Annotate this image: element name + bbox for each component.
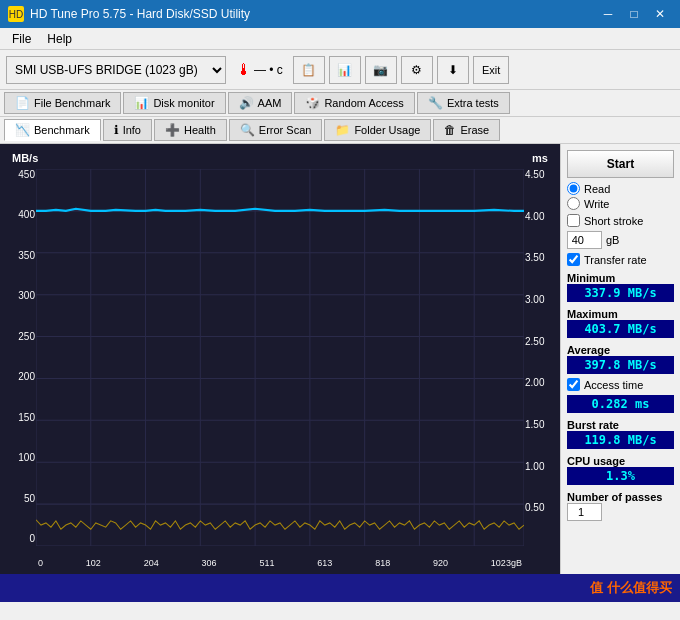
- app-icon: HD: [8, 6, 24, 22]
- title-bar-controls: ─ □ ✕: [596, 4, 672, 24]
- minimize-button[interactable]: ─: [596, 4, 620, 24]
- tab-erase[interactable]: 🗑 Erase: [433, 119, 500, 141]
- cpu-usage-value: 1.3%: [567, 467, 674, 485]
- burst-rate-section: Burst rate 119.8 MB/s: [567, 417, 674, 449]
- thermometer-icon: 🌡: [236, 61, 252, 79]
- passes-spinbox[interactable]: [567, 503, 602, 521]
- short-stroke-spinbox[interactable]: [567, 231, 602, 249]
- maximum-section: Maximum 403.7 MB/s: [567, 306, 674, 338]
- title-bar-left: HD HD Tune Pro 5.75 - Hard Disk/SSD Util…: [8, 6, 250, 22]
- aam-icon: 🔊: [239, 96, 254, 110]
- tab-row-2: 📉 Benchmark ℹ Info ➕ Health 🔍 Error Scan…: [0, 117, 680, 144]
- status-bar: 值 什么值得买: [0, 574, 680, 602]
- average-section: Average 397.8 MB/s: [567, 342, 674, 374]
- minimum-label: Minimum: [567, 272, 674, 284]
- access-time-row: Access time: [567, 378, 674, 391]
- tab-row-1: 📄 File Benchmark 📊 Disk monitor 🔊 AAM 🎲 …: [0, 90, 680, 117]
- tab-random-access[interactable]: 🎲 Random Access: [294, 92, 414, 114]
- short-stroke-checkbox[interactable]: [567, 214, 580, 227]
- average-value: 397.8 MB/s: [567, 356, 674, 374]
- tab-disk-monitor[interactable]: 📊 Disk monitor: [123, 92, 225, 114]
- close-button[interactable]: ✕: [648, 4, 672, 24]
- folder-usage-icon: 📁: [335, 123, 350, 137]
- cpu-usage-label: CPU usage: [567, 455, 674, 467]
- write-radio[interactable]: [567, 197, 580, 210]
- tab-file-benchmark[interactable]: 📄 File Benchmark: [4, 92, 121, 114]
- burst-rate-label: Burst rate: [567, 419, 674, 431]
- access-time-label: Access time: [584, 379, 643, 391]
- icon-btn-5[interactable]: ⬇: [437, 56, 469, 84]
- tab-benchmark[interactable]: 📉 Benchmark: [4, 119, 101, 141]
- maximize-button[interactable]: □: [622, 4, 646, 24]
- short-stroke-unit: gB: [606, 234, 619, 246]
- read-write-group: Read Write: [567, 182, 674, 210]
- icon-btn-2[interactable]: 📊: [329, 56, 361, 84]
- access-time-value: 0.282 ms: [567, 395, 674, 413]
- toolbar: SMI USB-UFS BRIDGE (1023 gB) 🌡 — • c 📋 📊…: [0, 50, 680, 90]
- read-radio[interactable]: [567, 182, 580, 195]
- maximum-label: Maximum: [567, 308, 674, 320]
- tab-extra-tests[interactable]: 🔧 Extra tests: [417, 92, 510, 114]
- transfer-rate-checkbox[interactable]: [567, 253, 580, 266]
- temperature-display: 🌡 — • c: [230, 59, 289, 81]
- minimum-value: 337.9 MB/s: [567, 284, 674, 302]
- start-button[interactable]: Start: [567, 150, 674, 178]
- chart-area: MB/s ms 450 400 350 300 250 200 150 100 …: [0, 144, 560, 574]
- random-access-icon: 🎲: [305, 96, 320, 110]
- read-radio-label[interactable]: Read: [567, 182, 674, 195]
- passes-row: [567, 503, 674, 521]
- tab-info[interactable]: ℹ Info: [103, 119, 152, 141]
- tab-health[interactable]: ➕ Health: [154, 119, 227, 141]
- short-stroke-row: Short stroke: [567, 214, 674, 227]
- svg-rect-0: [36, 169, 524, 546]
- passes-section: Number of passes: [567, 489, 674, 521]
- transfer-rate-row: Transfer rate: [567, 253, 674, 266]
- file-benchmark-icon: 📄: [15, 96, 30, 110]
- chart-label-mbs: MB/s: [12, 152, 38, 164]
- short-stroke-value-row: gB: [567, 231, 674, 249]
- exit-button[interactable]: Exit: [473, 56, 509, 84]
- menu-file[interactable]: File: [4, 30, 39, 48]
- access-time-checkbox[interactable]: [567, 378, 580, 391]
- extra-tests-icon: 🔧: [428, 96, 443, 110]
- menu-bar: File Help: [0, 28, 680, 50]
- temperature-value: — • c: [254, 63, 283, 77]
- benchmark-chart: [36, 169, 524, 546]
- error-scan-icon: 🔍: [240, 123, 255, 137]
- icon-btn-3[interactable]: 📷: [365, 56, 397, 84]
- chart-label-ms: ms: [532, 152, 548, 164]
- x-axis: 0 102 204 306 511 613 818 920 1023gB: [38, 558, 522, 568]
- maximum-value: 403.7 MB/s: [567, 320, 674, 338]
- info-icon: ℹ: [114, 123, 119, 137]
- tab-error-scan[interactable]: 🔍 Error Scan: [229, 119, 323, 141]
- icon-btn-4[interactable]: ⚙: [401, 56, 433, 84]
- status-logo: 值 什么值得买: [590, 579, 672, 597]
- burst-rate-value: 119.8 MB/s: [567, 431, 674, 449]
- main-content: MB/s ms 450 400 350 300 250 200 150 100 …: [0, 144, 680, 574]
- tab-aam[interactable]: 🔊 AAM: [228, 92, 293, 114]
- device-select[interactable]: SMI USB-UFS BRIDGE (1023 gB): [6, 56, 226, 84]
- average-label: Average: [567, 344, 674, 356]
- write-radio-label[interactable]: Write: [567, 197, 674, 210]
- icon-btn-1[interactable]: 📋: [293, 56, 325, 84]
- app-title: HD Tune Pro 5.75 - Hard Disk/SSD Utility: [30, 7, 250, 21]
- health-icon: ➕: [165, 123, 180, 137]
- right-panel: Start Read Write Short stroke gB Transfe…: [560, 144, 680, 574]
- title-bar: HD HD Tune Pro 5.75 - Hard Disk/SSD Util…: [0, 0, 680, 28]
- cpu-usage-section: CPU usage 1.3%: [567, 453, 674, 485]
- erase-icon: 🗑: [444, 123, 456, 137]
- minimum-section: Minimum 337.9 MB/s: [567, 270, 674, 302]
- passes-label: Number of passes: [567, 491, 674, 503]
- benchmark-icon: 📉: [15, 123, 30, 137]
- y-axis-left: 450 400 350 300 250 200 150 100 50 0: [2, 169, 35, 544]
- y-axis-right: 4.50 4.00 3.50 3.00 2.50 2.00 1.50 1.00 …: [525, 169, 558, 544]
- disk-monitor-icon: 📊: [134, 96, 149, 110]
- menu-help[interactable]: Help: [39, 30, 80, 48]
- tab-folder-usage[interactable]: 📁 Folder Usage: [324, 119, 431, 141]
